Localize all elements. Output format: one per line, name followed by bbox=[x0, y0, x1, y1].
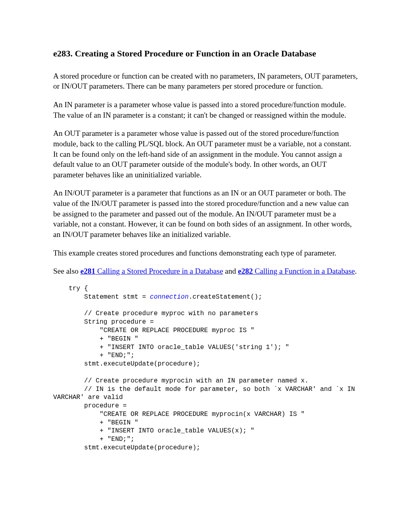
code-line: try { bbox=[53, 285, 88, 292]
link-e281[interactable]: e281 Calling a Stored Procedure in a Dat… bbox=[81, 267, 223, 275]
link-e282-rest: Calling a Function in a Database bbox=[253, 267, 355, 275]
link-e282-lead: e282 bbox=[238, 267, 253, 275]
code-identifier-connection: connection bbox=[150, 293, 189, 301]
code-block: try { Statement stmt = connection.create… bbox=[53, 285, 358, 452]
see-also-suffix: . bbox=[355, 267, 357, 275]
code-line: .createStatement(); bbox=[189, 293, 262, 301]
code-line: + "BEGIN " bbox=[53, 419, 138, 426]
link-e281-rest: Calling a Stored Procedure in a Database bbox=[95, 267, 223, 275]
paragraph-inout: An IN/OUT parameter is a parameter that … bbox=[53, 188, 358, 239]
code-line: // Create procedure myprocin with an IN … bbox=[53, 377, 309, 384]
code-line: // IN is the default mode for parameter,… bbox=[53, 386, 359, 401]
see-also-mid: and bbox=[223, 267, 238, 275]
paragraph-out: An OUT parameter is a parameter whose va… bbox=[53, 128, 358, 180]
code-line: String procedure = bbox=[53, 318, 154, 326]
paragraph-in: An IN parameter is a parameter whose val… bbox=[53, 100, 358, 120]
link-e281-lead: e281 bbox=[81, 267, 95, 275]
code-line: stmt.executeUpdate(procedure); bbox=[53, 444, 200, 451]
code-line: + "INSERT INTO oracle_table VALUES(x); " bbox=[53, 427, 254, 434]
code-line: + "END;"; bbox=[53, 436, 135, 443]
code-line: "CREATE OR REPLACE PROCEDURE myprocin(x … bbox=[53, 411, 305, 418]
code-line: stmt.executeUpdate(procedure); bbox=[53, 360, 200, 368]
see-also: See also e281 Calling a Stored Procedure… bbox=[53, 266, 358, 276]
paragraph-intro: A stored procedure or function can be cr… bbox=[53, 71, 358, 91]
code-line: Statement stmt = bbox=[53, 293, 150, 301]
code-line: // Create procedure myproc with no param… bbox=[53, 310, 258, 317]
code-line: procedure = bbox=[53, 402, 127, 409]
paragraph-example-note: This example creates stored procedures a… bbox=[53, 248, 358, 258]
code-line: + "INSERT INTO oracle_table VALUES('stri… bbox=[53, 344, 289, 351]
page-title: e283. Creating a Stored Procedure or Fun… bbox=[53, 48, 358, 60]
see-also-prefix: See also bbox=[53, 267, 81, 275]
code-line: + "BEGIN " bbox=[53, 335, 138, 343]
link-e282[interactable]: e282 Calling a Function in a Database bbox=[238, 267, 355, 275]
code-line: + "END;"; bbox=[53, 352, 135, 359]
code-line: "CREATE OR REPLACE PROCEDURE myproc IS " bbox=[53, 327, 254, 334]
